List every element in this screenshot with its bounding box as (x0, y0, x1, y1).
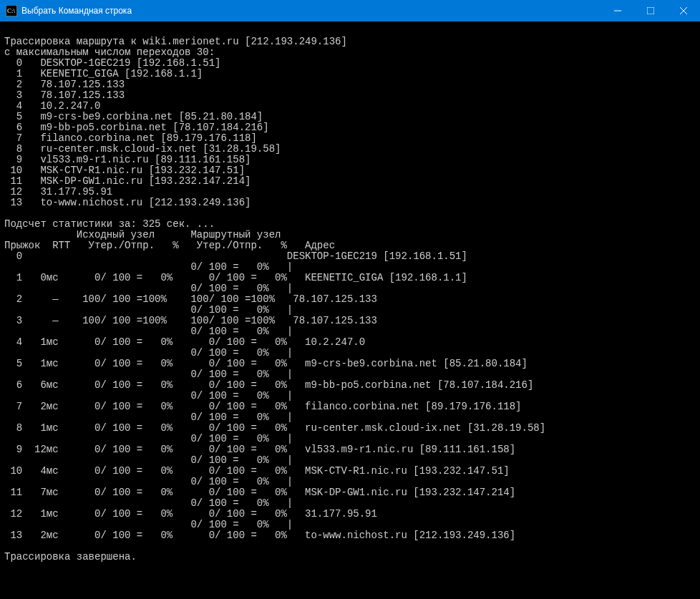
svg-rect-3 (647, 7, 654, 14)
titlebar[interactable]: C:\ Выбрать Командная строка (0, 0, 700, 21)
svg-text:C:\: C:\ (7, 7, 16, 14)
minimize-button[interactable] (601, 0, 634, 21)
cmd-icon: C:\ (6, 5, 17, 16)
close-button[interactable] (667, 0, 700, 21)
command-prompt-window: C:\ Выбрать Командная строка Трассировка… (0, 0, 700, 599)
window-controls (601, 0, 700, 21)
maximize-button[interactable] (634, 0, 667, 21)
window-title: Выбрать Командная строка (21, 6, 601, 16)
terminal-output[interactable]: Трассировка маршрута к wiki.merionet.ru … (0, 21, 700, 599)
